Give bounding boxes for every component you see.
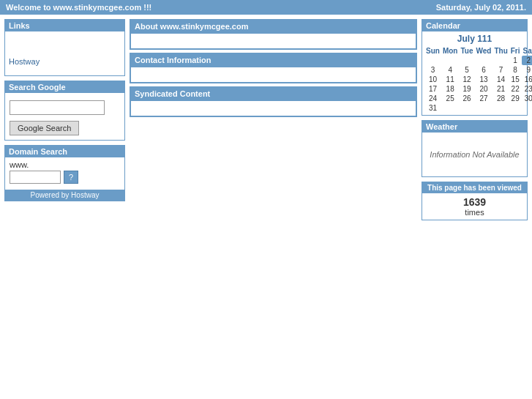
cal-cell: 14 (492, 75, 509, 84)
welcome-text: Welcome to www.stinkymcgee.com !!! (6, 3, 151, 12)
links-panel: Links Hostway (4, 19, 125, 76)
cal-day-wed: Wed (474, 46, 492, 56)
cal-cell (424, 56, 441, 65)
cal-cell (474, 56, 492, 65)
about-body (130, 33, 416, 49)
cal-cell (459, 56, 474, 65)
search-body: Google Search (5, 93, 124, 140)
contact-wrapper: Contact Information (130, 53, 417, 83)
cal-cell (474, 103, 492, 113)
search-panel: Search Google Google Search (4, 81, 125, 141)
contact-header: Contact Information (130, 53, 416, 67)
main-layout: Links Hostway Search Google Google Searc… (0, 15, 532, 225)
about-wrapper: About www.stinkymcgee.com (130, 19, 417, 50)
cal-cell (509, 103, 522, 113)
links-header: Links (5, 20, 124, 31)
cal-cell (522, 103, 532, 113)
header: Welcome to www.stinkymcgee.com !!! Satur… (0, 0, 532, 15)
cal-cell (459, 103, 474, 113)
cal-cell: 20 (474, 84, 492, 94)
syndicated-body (130, 100, 416, 116)
about-header: About www.stinkymcgee.com (130, 20, 416, 33)
weather-body: Information Not Available (422, 133, 527, 176)
calendar-panel: Calendar July 111 Sun Mon Tue Wed Thu Fr… (422, 19, 528, 116)
cal-cell: 3 (424, 65, 441, 75)
cal-cell: 13 (474, 75, 492, 84)
powered-by-bar: Powered by Hostway (5, 190, 124, 201)
syndicated-header: Syndicated Content (130, 87, 416, 100)
cal-cell: 7 (492, 65, 509, 75)
domain-go-button[interactable]: ? (64, 171, 78, 184)
cal-cell: 28 (492, 94, 509, 103)
calendar-header: Calendar (422, 20, 527, 31)
pageviews-label: times (425, 208, 524, 217)
cal-cell: 29 (509, 94, 522, 103)
cal-cell: 6 (474, 65, 492, 75)
cal-week-row: 3456789 (424, 65, 532, 75)
pageviews-count: 1639 (425, 196, 524, 208)
calendar-month: July 111 (424, 34, 525, 44)
cal-cell: 30 (522, 94, 532, 103)
calendar-body: July 111 Sun Mon Tue Wed Thu Fri Sat (422, 31, 527, 115)
google-search-button[interactable]: Google Search (10, 121, 79, 135)
cal-cell: 31 (424, 103, 441, 113)
links-body: Hostway (5, 31, 124, 75)
cal-day-sun: Sun (424, 46, 441, 56)
cal-header-row: Sun Mon Tue Wed Thu Fri Sat (424, 46, 532, 56)
weather-info: Information Not Available (430, 150, 519, 159)
middle-column: About www.stinkymcgee.com Contact Inform… (130, 19, 417, 117)
cal-cell: 27 (474, 94, 492, 103)
cal-cell: 17 (424, 84, 441, 94)
cal-cell: 2 (522, 56, 532, 65)
domain-body: www. ? (5, 157, 124, 187)
cal-cell (492, 103, 509, 113)
left-column: Links Hostway Search Google Google Searc… (4, 19, 125, 201)
cal-cell: 25 (441, 94, 460, 103)
pageviews-body: 1639 times (422, 193, 527, 220)
weather-header: Weather (422, 121, 527, 133)
syndicated-wrapper: Syndicated Content (130, 86, 417, 117)
cal-cell (441, 56, 460, 65)
cal-week-row: 10111213141516 (424, 75, 532, 84)
cal-cell: 18 (441, 84, 460, 94)
cal-cell: 19 (459, 84, 474, 94)
domain-header: Domain Search (5, 146, 124, 157)
contact-body (130, 67, 416, 83)
cal-cell: 11 (441, 75, 460, 84)
hostway-link[interactable]: Hostway (9, 57, 121, 66)
domain-search-panel: Domain Search www. ? Powered by Hostway (4, 145, 125, 201)
cal-week-row: 17181920212223 (424, 84, 532, 94)
cal-cell: 15 (509, 75, 522, 84)
domain-input[interactable] (10, 171, 61, 184)
calendar-table: Sun Mon Tue Wed Thu Fri Sat 123456789101… (424, 46, 532, 113)
domain-row: ? (10, 171, 120, 184)
cal-cell: 26 (459, 94, 474, 103)
pageviews-header: This page has been viewed (422, 182, 527, 193)
weather-panel: Weather Information Not Available (422, 120, 528, 177)
cal-cell (441, 103, 460, 113)
date-text: Saturday, July 02, 2011. (436, 3, 526, 12)
cal-week-row: 31 (424, 103, 532, 113)
search-header: Search Google (5, 81, 124, 93)
cal-cell: 5 (459, 65, 474, 75)
cal-day-mon: Mon (441, 46, 460, 56)
cal-cell: 16 (522, 75, 532, 84)
cal-cell: 8 (509, 65, 522, 75)
cal-cell: 10 (424, 75, 441, 84)
cal-cell: 4 (441, 65, 460, 75)
cal-week-row: 24252627282930 (424, 94, 532, 103)
cal-cell: 12 (459, 75, 474, 84)
cal-week-row: 12 (424, 56, 532, 65)
calendar-body-rows: 1234567891011121314151617181920212223242… (424, 56, 532, 113)
cal-cell: 1 (509, 56, 522, 65)
cal-cell: 23 (522, 84, 532, 94)
cal-day-tue: Tue (459, 46, 474, 56)
pageviews-panel: This page has been viewed 1639 times (422, 182, 528, 220)
cal-cell: 9 (522, 65, 532, 75)
cal-cell (492, 56, 509, 65)
domain-prefix: www. (10, 160, 29, 169)
cal-cell: 21 (492, 84, 509, 94)
cal-day-sat: Sat (522, 46, 532, 56)
google-search-input[interactable] (10, 100, 105, 115)
cal-cell: 22 (509, 84, 522, 94)
